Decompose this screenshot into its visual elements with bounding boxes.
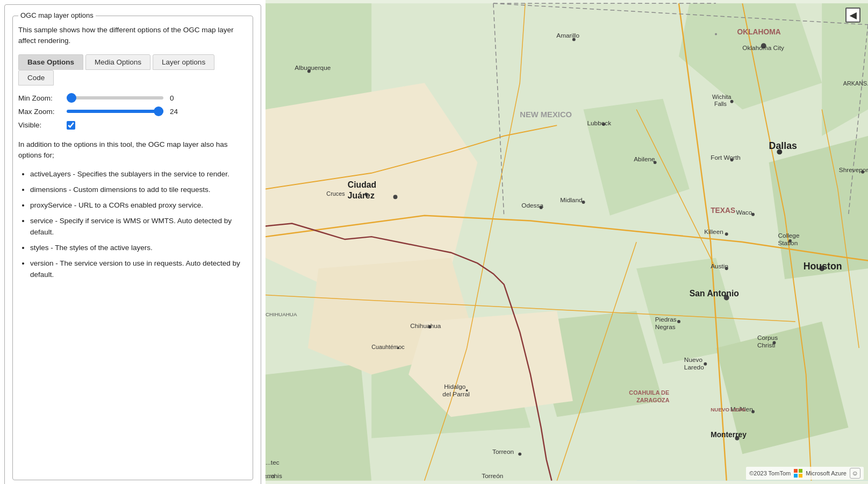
svg-rect-85 <box>799 474 802 478</box>
svg-text:Cruces: Cruces <box>326 190 345 197</box>
svg-text:Austin: Austin <box>711 262 728 270</box>
tab-media-options[interactable]: Media Options <box>85 54 150 70</box>
svg-text:Odessa: Odessa <box>521 202 543 209</box>
svg-text:TEXAS: TEXAS <box>711 207 735 215</box>
svg-text:Monterrey: Monterrey <box>711 431 747 439</box>
svg-text:Nuevo: Nuevo <box>684 356 703 364</box>
svg-text:Torreon: Torreon <box>492 448 514 455</box>
svg-point-26 <box>677 320 680 323</box>
svg-text:Abilene: Abilene <box>634 155 655 163</box>
panel-title: OGC map layer options <box>18 11 96 19</box>
intro-text: This sample shows how the different opti… <box>18 25 247 47</box>
svg-text:Wichita: Wichita <box>712 94 731 100</box>
svg-text:...tec: ...tec <box>266 459 279 466</box>
svg-rect-84 <box>794 474 798 478</box>
svg-text:Cuauhtémoc: Cuauhtémoc <box>371 344 405 350</box>
svg-text:Hidalgo: Hidalgo <box>444 383 466 390</box>
smiley-icon: ☺ <box>852 469 858 477</box>
svg-text:Juárez: Juárez <box>348 191 375 200</box>
svg-text:Piedras: Piedras <box>655 316 677 323</box>
azure-label: Microsoft Azure <box>806 470 847 476</box>
svg-point-15 <box>393 195 398 199</box>
min-zoom-value: 0 <box>170 94 181 102</box>
left-panel: OGC map layer options This sample shows … <box>4 4 261 484</box>
max-zoom-label: Max Zoom: <box>18 108 67 116</box>
svg-text:Fort Worth: Fort Worth <box>711 154 741 161</box>
tab-base-options[interactable]: Base Options <box>18 54 83 70</box>
svg-point-25 <box>704 362 707 366</box>
controls-section: Min Zoom: 0 Max Zoom: 24 Visible: <box>18 94 247 130</box>
visible-row: Visible: <box>18 121 247 130</box>
max-zoom-slider-container: 24 <box>67 108 247 116</box>
svg-text:Laredo: Laredo <box>684 364 704 371</box>
svg-text:del Parral: del Parral <box>442 390 470 398</box>
tabs-second-row: Code <box>18 70 247 86</box>
attribution-bar: ©2023 TomTom Microsoft Azure ☺ <box>746 467 864 480</box>
svg-text:Albuquerque: Albuquerque <box>295 64 331 72</box>
svg-text:San Antonio: San Antonio <box>690 289 740 298</box>
svg-text:NEW MEXICO: NEW MEXICO <box>520 110 572 119</box>
svg-text:Shreveport: Shreveport <box>839 166 868 174</box>
list-item: activeLayers - Specifies the sublayers i… <box>30 169 247 180</box>
collapse-button[interactable]: ◀ <box>845 8 860 23</box>
min-zoom-label: Min Zoom: <box>18 94 67 102</box>
svg-text:ARKANS...: ARKANS... <box>843 80 868 87</box>
feedback-button[interactable]: ☺ <box>850 468 860 479</box>
fieldset: OGC map layer options This sample shows … <box>12 16 253 480</box>
svg-text:ZARAGOZA: ZARAGOZA <box>636 397 670 403</box>
map-container[interactable]: Albuquerque Amarillo OKLAHOMA Oklahoma C… <box>266 0 868 484</box>
svg-text:Houston: Houston <box>804 261 842 272</box>
description-text: In addition to the options in this tool,… <box>18 139 247 162</box>
tomtom-attribution: ©2023 TomTom <box>749 470 791 476</box>
svg-rect-82 <box>794 469 798 473</box>
list-item: version - The service version to use in … <box>30 258 247 281</box>
list-item: dimensions - Custom dimensions to add to… <box>30 184 247 196</box>
svg-text:Oklahoma City: Oklahoma City <box>742 44 784 52</box>
tab-code[interactable]: Code <box>18 70 54 86</box>
min-zoom-slider[interactable] <box>67 96 163 99</box>
svg-text:Corpus: Corpus <box>757 334 778 341</box>
svg-text:Dallas: Dallas <box>769 140 797 151</box>
svg-rect-83 <box>799 469 802 473</box>
svg-text:Amarillo: Amarillo <box>556 32 579 39</box>
svg-text:Torreón: Torreón <box>482 472 503 480</box>
list-item: styles - The styles of the active layers… <box>30 243 247 254</box>
bullet-list: activeLayers - Specifies the sublayers i… <box>18 169 247 280</box>
visible-label: Visible: <box>18 121 67 129</box>
svg-text:Ciudad: Ciudad <box>348 180 376 189</box>
svg-text:Falls: Falls <box>714 101 727 107</box>
min-zoom-row: Min Zoom: 0 <box>18 94 247 102</box>
svg-point-34 <box>715 33 717 35</box>
svg-text:Killeen: Killeen <box>704 228 723 236</box>
max-zoom-value: 24 <box>170 108 181 116</box>
list-item: service - Specify if service is WMS or W… <box>30 216 247 238</box>
max-zoom-row: Max Zoom: 24 <box>18 108 247 116</box>
tabs-row: Base Options Media Options Layer options <box>18 54 247 70</box>
svg-text:Station: Station <box>778 239 798 247</box>
svg-text:Waco: Waco <box>736 209 752 216</box>
svg-text:Lubbock: Lubbock <box>587 119 611 127</box>
svg-text:Chihuahua: Chihuahua <box>410 322 441 330</box>
svg-text:Negras: Negras <box>655 323 676 331</box>
svg-text:COAHUILA DE: COAHUILA DE <box>629 389 669 396</box>
svg-text:Midland: Midland <box>560 196 582 204</box>
svg-text:Christi: Christi <box>757 341 776 349</box>
collapse-icon: ◀ <box>850 10 856 20</box>
max-zoom-slider[interactable] <box>67 110 163 113</box>
svg-point-19 <box>725 232 728 236</box>
svg-text:OKLAHOMA: OKLAHOMA <box>737 28 780 36</box>
svg-text:NUEVO LEÓN: NUEVO LEÓN <box>711 407 745 412</box>
min-zoom-slider-container: 0 <box>67 94 247 102</box>
map-svg: Albuquerque Amarillo OKLAHOMA Oklahoma C… <box>266 0 868 484</box>
visible-checkbox-container <box>67 121 75 130</box>
svg-point-9 <box>730 100 734 103</box>
microsoft-logo <box>794 469 802 478</box>
svg-text:Terra: Terra <box>266 472 275 480</box>
microsoft-icon <box>794 469 802 478</box>
visible-checkbox[interactable] <box>67 121 75 130</box>
svg-text:College: College <box>778 232 800 239</box>
svg-point-32 <box>518 452 521 455</box>
tab-layer-options[interactable]: Layer options <box>153 54 214 70</box>
svg-text:CHIHUAHUA: CHIHUAHUA <box>266 311 297 317</box>
list-item: proxyService - URL to a CORs enabled pro… <box>30 200 247 211</box>
